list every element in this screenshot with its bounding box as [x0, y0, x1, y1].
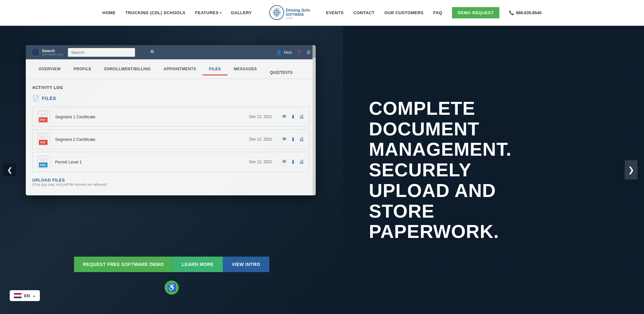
files-section-header: 📄 FILES	[32, 95, 309, 102]
scrollbar-thumb	[312, 45, 316, 58]
svg-text:PDF: PDF	[40, 141, 46, 144]
phone-number: 📞 888.635.8540	[509, 10, 542, 15]
menu-icon[interactable]: ☰	[307, 50, 311, 55]
print-icon-seg1[interactable]: 🖨	[299, 114, 304, 120]
navbar: HOME TRUCKING (CDL) SCHOOLS FEATURES ▾ G…	[0, 0, 644, 26]
search-icon: 🔍	[150, 50, 156, 55]
download-icon-seg2[interactable]: ⬇	[291, 136, 295, 142]
file-row: PNG Permit Level 1 Dec 12, 2021 👁 ⬇ 🖨	[32, 152, 309, 172]
nav-link-gallery[interactable]: GALLERY	[231, 10, 252, 15]
files-section-title: FILES	[42, 96, 56, 101]
file-actions-seg2: 👁 ⬇ 🖨	[282, 136, 304, 142]
upload-subtitle: (Only jpg, png, and pdf file formats are…	[32, 182, 309, 186]
png-icon-permit: PNG	[37, 155, 50, 168]
search-input[interactable]	[68, 48, 135, 57]
upload-section: UPLOAD FILES (Only jpg, png, and pdf fil…	[32, 175, 309, 189]
cta-buttons: REQUEST FREE SOFTWARE DEMO LEARN MORE VI…	[74, 257, 269, 272]
scrollbar[interactable]	[312, 45, 316, 195]
file-name-seg1: Segment 1 Certificate	[55, 114, 249, 119]
software-mockup: Search SOFTWARE.COM 🔍 👤 Nick ❓ ☰	[26, 45, 316, 195]
nav-link-home[interactable]: HOME	[102, 10, 116, 15]
user-display: 👤 Nick	[276, 49, 292, 55]
nav-link-contact[interactable]: CONTACT	[353, 10, 375, 15]
download-icon-permit[interactable]: ⬇	[291, 159, 295, 165]
software-topbar-right: 👤 Nick ❓ ☰	[276, 49, 311, 55]
files-section-icon: 📄	[32, 95, 39, 102]
tab-overview[interactable]: OVERVIEW	[32, 63, 67, 75]
software-logo-sub: SOFTWARE.COM	[42, 53, 63, 56]
accessibility-button[interactable]: ♿	[165, 280, 179, 295]
hero-headline: COMPLETE DOCUMENT MANAGEMENT. SECURELY U…	[369, 98, 512, 242]
file-actions-seg1: 👁 ⬇ 🖨	[282, 114, 304, 120]
demo-request-button[interactable]: DEMO REQUEST	[452, 7, 499, 18]
nav-link-faq[interactable]: FAQ	[433, 10, 442, 15]
hero-text-block: COMPLETE DOCUMENT MANAGEMENT. SECURELY U…	[369, 98, 512, 242]
print-icon-seg2[interactable]: 🖨	[299, 136, 304, 142]
view-icon-permit[interactable]: 👁	[282, 159, 287, 165]
software-logo-icon	[31, 48, 40, 57]
software-logo-text: Search	[42, 49, 63, 53]
main-content: ❮ Search SOFTWARE.COM 🔍	[0, 26, 644, 314]
tab-files[interactable]: FILES	[203, 63, 227, 75]
file-name-permit: Permit Level 1	[55, 160, 249, 164]
language-selector[interactable]: EN ▲	[10, 290, 40, 301]
file-date-permit: Dec 12, 2021	[249, 160, 272, 164]
request-demo-button[interactable]: REQUEST FREE SOFTWARE DEMO	[74, 257, 173, 272]
download-icon-seg1[interactable]: ⬇	[291, 114, 295, 120]
nav-link-trucking[interactable]: TRUCKING (CDL) SCHOOLS	[125, 10, 186, 15]
svg-text:PDF: PDF	[40, 118, 46, 122]
upload-title: UPLOAD FILES	[32, 178, 309, 182]
view-icon-seg2[interactable]: 👁	[282, 136, 287, 142]
file-row: PDF Segment 2 Certificate Dec 12, 2021 👁…	[32, 129, 309, 149]
nav-link-our-customers[interactable]: OUR CUSTOMERS	[384, 10, 424, 15]
tab-enrollment-billing[interactable]: ENROLLMENT/BILLING	[98, 63, 157, 75]
search-wrap: 🔍	[68, 48, 158, 57]
help-icon[interactable]: ❓	[297, 50, 302, 55]
file-date-seg2: Dec 12, 2021	[249, 137, 272, 142]
activity-log-label: ACTIVITY LOG	[32, 85, 309, 90]
software-topbar: Search SOFTWARE.COM 🔍 👤 Nick ❓ ☰	[26, 45, 316, 59]
file-actions-permit: 👁 ⬇ 🖨	[282, 159, 304, 165]
accessibility-icon: ♿	[167, 283, 176, 292]
phone-icon: 📞	[509, 10, 514, 15]
nav-link-events[interactable]: EVENTS	[326, 10, 344, 15]
svg-text:.COM: .COM	[286, 17, 293, 20]
tab-profile[interactable]: PROFILE	[67, 63, 98, 75]
learn-more-button[interactable]: LEARN MORE	[173, 257, 223, 272]
user-icon: 👤	[276, 49, 282, 55]
software-tabbar: OVERVIEW PROFILE ENROLLMENT/BILLING APPO…	[26, 59, 316, 79]
logo-svg: Driving School SOFTWARE .COM	[268, 4, 310, 22]
tab-appointments[interactable]: APPOINTMENTS	[157, 63, 203, 75]
username-label: Nick	[284, 50, 292, 55]
tab-messages[interactable]: MESSAGES	[227, 63, 264, 75]
pdf-icon-seg1: PDF	[37, 110, 50, 123]
pdf-icon-seg2: PDF	[37, 133, 50, 146]
right-panel: COMPLETE DOCUMENT MANAGEMENT. SECURELY U…	[343, 26, 644, 314]
carousel-prev-button[interactable]: ❮	[3, 163, 16, 176]
left-panel: ❮ Search SOFTWARE.COM 🔍	[0, 26, 343, 314]
software-logo: Search SOFTWARE.COM	[31, 48, 63, 57]
file-row: PDF Segment 1 Certificate Dec 12, 2021 👁…	[32, 107, 309, 127]
file-date-seg1: Dec 12, 2021	[249, 114, 272, 119]
svg-text:SOFTWARE: SOFTWARE	[286, 13, 304, 16]
svg-text:Driving School: Driving School	[286, 8, 310, 13]
features-dropdown-icon: ▾	[220, 11, 221, 15]
print-icon-permit[interactable]: 🖨	[299, 159, 304, 165]
view-intro-button[interactable]: VIEW INTRO	[223, 257, 269, 272]
nav-link-features[interactable]: FEATURES ▾	[195, 10, 221, 15]
language-code: EN	[24, 293, 30, 298]
flag-icon	[14, 293, 22, 298]
site-logo[interactable]: Driving School SOFTWARE .COM	[268, 4, 310, 22]
file-name-seg2: Segment 2 Certificate	[55, 137, 249, 142]
software-content: ACTIVITY LOG 📄 FILES PDF	[26, 79, 316, 195]
svg-text:PNG: PNG	[40, 163, 46, 167]
tab-quiz-tests[interactable]: QUIZ/TESTS	[264, 66, 299, 79]
language-dropdown-icon: ▲	[33, 294, 36, 298]
carousel-next-button[interactable]: ❯	[625, 160, 638, 180]
view-icon-seg1[interactable]: 👁	[282, 114, 287, 120]
